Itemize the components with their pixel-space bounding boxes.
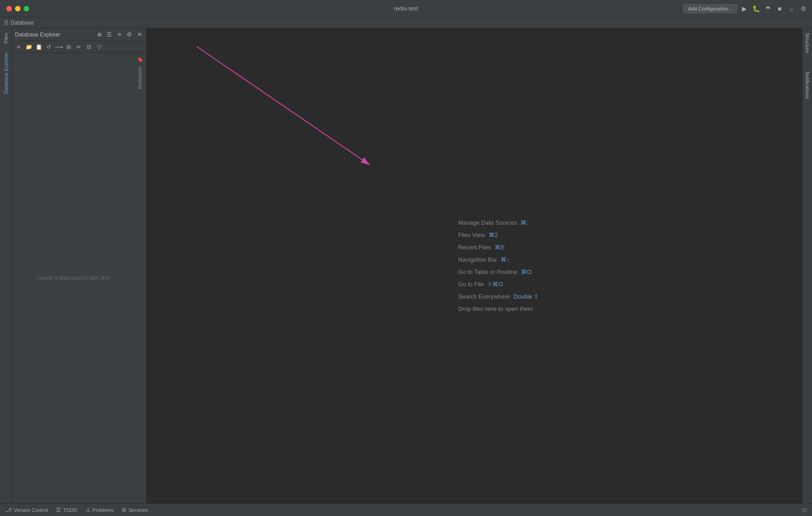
expand-icon[interactable]: ⊡ <box>801 506 808 514</box>
database-explorer-tab[interactable]: Database Explorer <box>1 48 10 98</box>
sidebar-globe-icon[interactable]: ⊕ <box>95 31 103 39</box>
bookmarks-strip: 🔖 Bookmarks <box>134 53 146 503</box>
traffic-lights <box>0 6 29 11</box>
panel-breadcrumb: 🗄 Database <box>0 17 812 28</box>
shortcut-list: Manage Data Sources ⌘; Files View ⌘2 Rec… <box>458 219 539 312</box>
database-panel-icon: 🗄 <box>4 20 9 26</box>
sidebar-toolbar: + 📁 📋 ↺ ⟶ ⊞ ✏ ⊟ ▽ <box>12 41 146 53</box>
grid-icon[interactable]: ⊟ <box>84 42 93 52</box>
title-bar: redis-test Add Configuration... ▶ 🐛 ☂ ■ … <box>0 0 812 17</box>
sidebar-title: Database Explorer <box>15 31 93 38</box>
bottom-bar: ⎇ Version Control ☰ TODO ⚠ Problems ⚙ Se… <box>0 503 812 516</box>
todo-tab[interactable]: ☰ TODO <box>52 505 81 515</box>
settings-icon[interactable]: ⚙ <box>798 4 808 14</box>
problems-icon: ⚠ <box>86 507 91 513</box>
shortcut-drop-files: Drop files here to open them <box>458 305 539 312</box>
sidebar-gear-icon[interactable]: ⚙ <box>125 31 133 39</box>
shortcut-manage-datasources: Manage Data Sources ⌘; <box>458 219 539 226</box>
navigate-icon[interactable]: ⟶ <box>54 42 63 52</box>
stop-icon[interactable]: ■ <box>775 4 785 14</box>
db-explorer-panel: Database Explorer ⊕ ☰ ≡ ⚙ ✕ + 📁 📋 ↺ ⟶ ⊞ … <box>12 28 146 503</box>
problems-tab[interactable]: ⚠ Problems <box>82 505 117 515</box>
version-control-icon: ⎇ <box>5 507 12 513</box>
main-area: Files Database Explorer Database Explore… <box>0 28 812 503</box>
table-icon[interactable]: ⊞ <box>64 42 73 52</box>
edit-icon[interactable]: ✏ <box>74 42 83 52</box>
shortcut-goto-table: Go to Table or Routine ⌘O <box>458 268 539 275</box>
version-control-tab[interactable]: ⎇ Version Control <box>2 505 51 515</box>
window-title: redis-test <box>394 5 418 12</box>
search-icon[interactable]: ⌕ <box>786 4 797 14</box>
create-hint: Create a data source with ⌘N <box>36 275 110 281</box>
open-folder-icon[interactable]: 📁 <box>24 42 33 52</box>
services-label: Services <box>128 507 148 513</box>
bookmarks-label: Bookmarks <box>138 66 143 89</box>
debug-icon[interactable]: 🐛 <box>751 4 761 14</box>
svg-line-1 <box>197 46 370 165</box>
vertical-tab-strip: Files Database Explorer <box>0 28 12 503</box>
sidebar-list2-icon[interactable]: ≡ <box>115 31 123 39</box>
version-control-label: Version Control <box>14 507 48 513</box>
problems-label: Problems <box>92 507 113 513</box>
shortcut-goto-file: Go to File ⇧⌘O <box>458 281 539 288</box>
services-icon: ⚙ <box>122 507 127 513</box>
minimize-button[interactable] <box>15 6 20 11</box>
maximize-button[interactable] <box>24 6 29 11</box>
center-content: Manage Data Sources ⌘; Files View ⌘2 Rec… <box>147 28 802 503</box>
panel-breadcrumb-text: Database <box>10 20 34 26</box>
sidebar-body: Create a data source with ⌘N 🔖 Bookmarks <box>12 53 146 503</box>
refresh-icon[interactable]: ↺ <box>44 42 53 52</box>
arrow-annotation <box>147 28 402 197</box>
copy-icon[interactable]: 📋 <box>34 42 43 52</box>
run-icon[interactable]: ▶ <box>739 4 749 14</box>
sidebar-list-icon[interactable]: ☰ <box>105 31 113 39</box>
right-tab-strip: Structure Notifications <box>802 28 812 503</box>
services-tab[interactable]: ⚙ Services <box>118 505 151 515</box>
bottom-right: ⊡ <box>797 506 812 514</box>
close-button[interactable] <box>6 6 12 11</box>
sidebar-header: Database Explorer ⊕ ☰ ≡ ⚙ ✕ <box>12 28 146 41</box>
structure-tab[interactable]: Structure <box>803 28 812 58</box>
add-configuration-button[interactable]: Add Configuration... <box>683 4 737 13</box>
shortcut-search-everywhere: Search Everywhere Double ⇧ <box>458 293 539 300</box>
sidebar: Database Explorer ⊕ ☰ ≡ ⚙ ✕ + 📁 📋 ↺ ⟶ ⊞ … <box>12 28 147 503</box>
notifications-tab[interactable]: Notifications <box>803 67 812 103</box>
sidebar-content: Create a data source with ⌘N <box>12 53 134 503</box>
title-bar-actions: Add Configuration... ▶ 🐛 ☂ ■ ⌕ ⚙ <box>683 4 812 14</box>
bookmarks-icon: 🔖 <box>135 55 145 64</box>
shortcut-navigation-bar: Navigation Bar ⌘↑ <box>458 256 539 263</box>
shortcut-recent-files: Recent Files ⌘E <box>458 244 539 251</box>
add-datasource-button[interactable]: + <box>14 42 23 52</box>
shortcut-files-view: Files View ⌘2 <box>458 232 539 238</box>
coverage-icon[interactable]: ☂ <box>763 4 773 14</box>
files-tab[interactable]: Files <box>1 28 10 48</box>
sidebar-close-icon[interactable]: ✕ <box>135 31 143 39</box>
bottom-tabs: ⎇ Version Control ☰ TODO ⚠ Problems ⚙ Se… <box>0 504 797 516</box>
todo-label: TODO <box>63 507 77 513</box>
filter-icon[interactable]: ▽ <box>94 42 103 52</box>
todo-icon: ☰ <box>56 507 61 513</box>
